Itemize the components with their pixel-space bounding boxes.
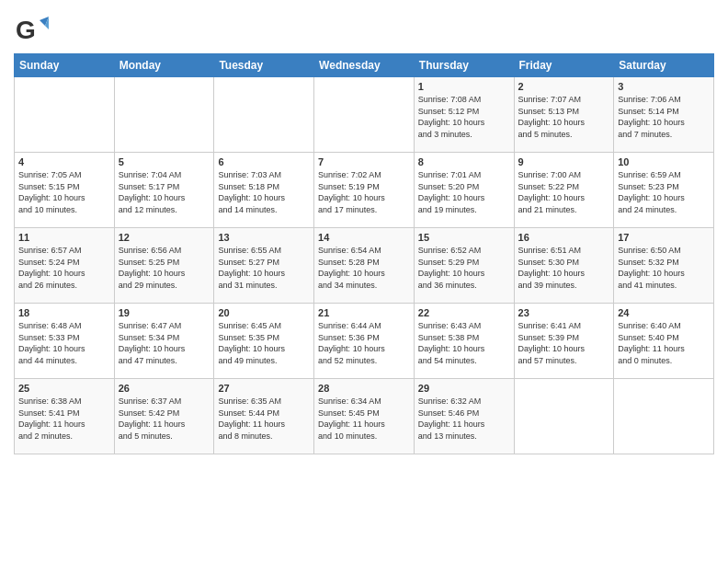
day-info: Sunrise: 6:59 AM Sunset: 5:23 PM Dayligh… <box>618 169 710 215</box>
header: G <box>14 9 714 48</box>
day-info: Sunrise: 6:57 AM Sunset: 5:24 PM Dayligh… <box>18 245 110 291</box>
calendar-cell: 13Sunrise: 6:55 AM Sunset: 5:27 PM Dayli… <box>214 228 314 304</box>
calendar-cell: 10Sunrise: 6:59 AM Sunset: 5:23 PM Dayli… <box>614 153 714 228</box>
day-number: 1 <box>418 81 510 92</box>
day-number: 16 <box>518 232 610 243</box>
calendar-week-2: 4Sunrise: 7:05 AM Sunset: 5:15 PM Daylig… <box>15 153 714 228</box>
day-info: Sunrise: 6:34 AM Sunset: 5:45 PM Dayligh… <box>318 396 410 442</box>
day-number: 24 <box>618 307 710 318</box>
calendar-cell <box>214 77 314 153</box>
page-container: G SundayMondayTuesdayWednesdayThursdayFr… <box>0 0 728 459</box>
calendar-cell: 2Sunrise: 7:07 AM Sunset: 5:13 PM Daylig… <box>514 77 614 153</box>
calendar-cell: 18Sunrise: 6:48 AM Sunset: 5:33 PM Dayli… <box>15 304 115 379</box>
day-number: 18 <box>18 307 110 318</box>
day-number: 21 <box>318 307 410 318</box>
calendar-cell: 20Sunrise: 6:45 AM Sunset: 5:35 PM Dayli… <box>214 304 314 379</box>
day-number: 15 <box>418 232 510 243</box>
day-info: Sunrise: 7:06 AM Sunset: 5:14 PM Dayligh… <box>618 94 710 140</box>
day-number: 17 <box>618 232 710 243</box>
day-number: 20 <box>218 307 310 318</box>
calendar-cell: 15Sunrise: 6:52 AM Sunset: 5:29 PM Dayli… <box>414 228 514 304</box>
calendar-cell: 19Sunrise: 6:47 AM Sunset: 5:34 PM Dayli… <box>114 304 214 379</box>
day-info: Sunrise: 7:02 AM Sunset: 5:19 PM Dayligh… <box>318 169 410 215</box>
calendar-week-4: 18Sunrise: 6:48 AM Sunset: 5:33 PM Dayli… <box>15 304 714 379</box>
day-number: 13 <box>218 232 310 243</box>
day-info: Sunrise: 6:56 AM Sunset: 5:25 PM Dayligh… <box>119 245 210 291</box>
day-number: 4 <box>18 156 110 167</box>
day-info: Sunrise: 6:51 AM Sunset: 5:30 PM Dayligh… <box>518 245 610 291</box>
day-info: Sunrise: 6:52 AM Sunset: 5:29 PM Dayligh… <box>418 245 510 291</box>
calendar-week-1: 1Sunrise: 7:08 AM Sunset: 5:12 PM Daylig… <box>15 77 714 153</box>
day-number: 12 <box>119 232 210 243</box>
day-number: 3 <box>618 81 710 92</box>
header-cell-friday: Friday <box>514 54 614 77</box>
calendar-cell: 9Sunrise: 7:00 AM Sunset: 5:22 PM Daylig… <box>514 153 614 228</box>
day-number: 22 <box>418 307 510 318</box>
calendar-cell: 7Sunrise: 7:02 AM Sunset: 5:19 PM Daylig… <box>314 153 415 228</box>
calendar-cell: 27Sunrise: 6:35 AM Sunset: 5:44 PM Dayli… <box>214 379 314 454</box>
calendar-cell: 5Sunrise: 7:04 AM Sunset: 5:17 PM Daylig… <box>114 153 214 228</box>
day-number: 26 <box>119 383 210 394</box>
day-info: Sunrise: 7:08 AM Sunset: 5:12 PM Dayligh… <box>418 94 510 140</box>
header-cell-thursday: Thursday <box>414 54 514 77</box>
header-cell-tuesday: Tuesday <box>214 54 314 77</box>
calendar-cell: 14Sunrise: 6:54 AM Sunset: 5:28 PM Dayli… <box>314 228 415 304</box>
day-number: 2 <box>518 81 610 92</box>
header-cell-wednesday: Wednesday <box>314 54 415 77</box>
day-info: Sunrise: 6:48 AM Sunset: 5:33 PM Dayligh… <box>18 320 110 366</box>
day-info: Sunrise: 6:50 AM Sunset: 5:32 PM Dayligh… <box>618 245 710 291</box>
day-info: Sunrise: 6:55 AM Sunset: 5:27 PM Dayligh… <box>218 245 310 291</box>
calendar-cell: 28Sunrise: 6:34 AM Sunset: 5:45 PM Dayli… <box>314 379 415 454</box>
day-number: 27 <box>218 383 310 394</box>
calendar-cell <box>314 77 415 153</box>
calendar-week-5: 25Sunrise: 6:38 AM Sunset: 5:41 PM Dayli… <box>15 379 714 454</box>
day-number: 19 <box>119 307 210 318</box>
svg-text:G: G <box>16 16 36 44</box>
header-cell-monday: Monday <box>114 54 214 77</box>
calendar-cell: 23Sunrise: 6:41 AM Sunset: 5:39 PM Dayli… <box>514 304 614 379</box>
day-info: Sunrise: 7:00 AM Sunset: 5:22 PM Dayligh… <box>518 169 610 215</box>
logo: G <box>14 9 51 48</box>
day-number: 28 <box>318 383 410 394</box>
calendar-table: SundayMondayTuesdayWednesdayThursdayFrid… <box>14 53 714 454</box>
day-number: 10 <box>618 156 710 167</box>
calendar-cell <box>15 77 115 153</box>
day-number: 6 <box>218 156 310 167</box>
calendar-cell: 26Sunrise: 6:37 AM Sunset: 5:42 PM Dayli… <box>114 379 214 454</box>
day-info: Sunrise: 6:41 AM Sunset: 5:39 PM Dayligh… <box>518 320 610 366</box>
calendar-cell: 11Sunrise: 6:57 AM Sunset: 5:24 PM Dayli… <box>15 228 115 304</box>
calendar-body: 1Sunrise: 7:08 AM Sunset: 5:12 PM Daylig… <box>15 77 714 454</box>
day-number: 8 <box>418 156 510 167</box>
calendar-cell: 24Sunrise: 6:40 AM Sunset: 5:40 PM Dayli… <box>614 304 714 379</box>
calendar-cell: 22Sunrise: 6:43 AM Sunset: 5:38 PM Dayli… <box>414 304 514 379</box>
calendar-cell: 12Sunrise: 6:56 AM Sunset: 5:25 PM Dayli… <box>114 228 214 304</box>
day-info: Sunrise: 6:32 AM Sunset: 5:46 PM Dayligh… <box>418 396 510 442</box>
header-cell-sunday: Sunday <box>15 54 115 77</box>
calendar-cell: 3Sunrise: 7:06 AM Sunset: 5:14 PM Daylig… <box>614 77 714 153</box>
header-row: SundayMondayTuesdayWednesdayThursdayFrid… <box>15 54 714 77</box>
day-info: Sunrise: 6:45 AM Sunset: 5:35 PM Dayligh… <box>218 320 310 366</box>
calendar-cell: 16Sunrise: 6:51 AM Sunset: 5:30 PM Dayli… <box>514 228 614 304</box>
day-info: Sunrise: 6:35 AM Sunset: 5:44 PM Dayligh… <box>218 396 310 442</box>
calendar-cell: 25Sunrise: 6:38 AM Sunset: 5:41 PM Dayli… <box>15 379 115 454</box>
calendar-cell <box>514 379 614 454</box>
day-info: Sunrise: 7:07 AM Sunset: 5:13 PM Dayligh… <box>518 94 610 140</box>
calendar-cell: 1Sunrise: 7:08 AM Sunset: 5:12 PM Daylig… <box>414 77 514 153</box>
day-info: Sunrise: 6:38 AM Sunset: 5:41 PM Dayligh… <box>18 396 110 442</box>
day-number: 23 <box>518 307 610 318</box>
day-info: Sunrise: 7:03 AM Sunset: 5:18 PM Dayligh… <box>218 169 310 215</box>
header-cell-saturday: Saturday <box>614 54 714 77</box>
calendar-cell: 6Sunrise: 7:03 AM Sunset: 5:18 PM Daylig… <box>214 153 314 228</box>
day-info: Sunrise: 6:43 AM Sunset: 5:38 PM Dayligh… <box>418 320 510 366</box>
day-info: Sunrise: 7:04 AM Sunset: 5:17 PM Dayligh… <box>119 169 210 215</box>
day-info: Sunrise: 6:47 AM Sunset: 5:34 PM Dayligh… <box>119 320 210 366</box>
day-number: 11 <box>18 232 110 243</box>
calendar-week-3: 11Sunrise: 6:57 AM Sunset: 5:24 PM Dayli… <box>15 228 714 304</box>
calendar-cell: 8Sunrise: 7:01 AM Sunset: 5:20 PM Daylig… <box>414 153 514 228</box>
calendar-cell: 4Sunrise: 7:05 AM Sunset: 5:15 PM Daylig… <box>15 153 115 228</box>
day-info: Sunrise: 7:01 AM Sunset: 5:20 PM Dayligh… <box>418 169 510 215</box>
day-info: Sunrise: 6:54 AM Sunset: 5:28 PM Dayligh… <box>318 245 410 291</box>
day-number: 29 <box>418 383 510 394</box>
calendar-cell <box>614 379 714 454</box>
calendar-cell <box>114 77 214 153</box>
